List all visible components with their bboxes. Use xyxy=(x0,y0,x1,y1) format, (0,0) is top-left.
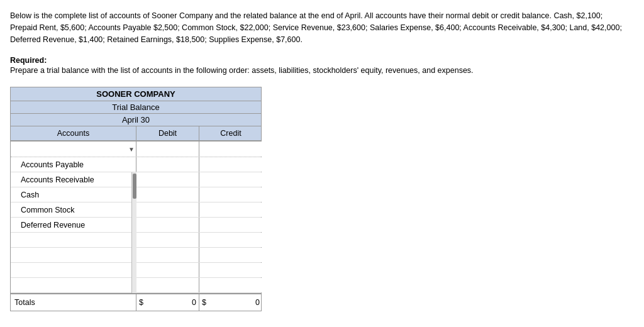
debit-value-cell xyxy=(136,157,199,172)
required-description: Prepare a trial balance with the list of… xyxy=(10,66,474,75)
credit-input[interactable] xyxy=(202,145,254,153)
scroll-thumb[interactable] xyxy=(133,174,136,199)
empty-credit-cell xyxy=(199,278,262,292)
account-name-cell: Cash xyxy=(11,187,136,202)
totals-label: Totals xyxy=(11,294,136,311)
table-row: Accounts Payable xyxy=(11,157,261,172)
account-name-cell: Common Stock xyxy=(11,202,136,217)
empty-debit-cell xyxy=(136,278,199,292)
debit-column-header: Debit xyxy=(136,126,199,140)
accounts-column-header: Accounts xyxy=(11,126,136,140)
empty-credit-cell xyxy=(199,233,262,247)
empty-debit-cell xyxy=(136,248,199,262)
column-headers: Accounts Debit Credit xyxy=(11,126,261,141)
vertical-scrollbar[interactable] xyxy=(131,172,136,293)
credit-value-cell xyxy=(199,187,262,202)
credit-value-cell xyxy=(199,202,262,217)
empty-credit-cell xyxy=(199,263,262,277)
credit-value-cell xyxy=(199,218,262,232)
debit-value-cell xyxy=(136,187,199,202)
account-select-cell[interactable]: ▼ xyxy=(11,141,136,157)
account-input-row[interactable]: ▼ xyxy=(11,141,261,157)
intro-text: Below is the complete list of accounts o… xyxy=(10,10,626,45)
credit-column-header: Credit xyxy=(199,126,262,140)
empty-account-cell xyxy=(11,278,136,292)
trial-balance-table: SOONER COMPANY Trial Balance April 30 Ac… xyxy=(10,87,262,311)
required-label: Required: xyxy=(10,56,47,65)
debit-value-cell xyxy=(136,202,199,217)
account-name-cell: Deferred Revenue xyxy=(11,218,136,232)
debit-input-cell[interactable] xyxy=(136,141,199,157)
account-name-cell: Accounts Receivable xyxy=(11,172,136,187)
dropdown-arrow-icon[interactable]: ▼ xyxy=(128,146,135,153)
empty-account-cell xyxy=(11,263,136,277)
credit-value-cell xyxy=(199,157,262,172)
credit-input-cell[interactable] xyxy=(199,141,262,157)
empty-account-cell xyxy=(11,248,136,262)
account-name-cell: Accounts Payable xyxy=(11,157,136,172)
empty-credit-cell xyxy=(199,248,262,262)
credit-total-cell: $ 0 xyxy=(199,294,262,311)
credit-value-cell xyxy=(199,172,262,187)
table-date: April 30 xyxy=(11,114,261,126)
empty-debit-cell xyxy=(136,263,199,277)
debit-value-cell xyxy=(136,218,199,232)
empty-account-cell xyxy=(11,233,136,247)
credit-total-value: 0 xyxy=(208,298,260,307)
debit-total-cell: $ 0 xyxy=(136,294,199,311)
table-title: Trial Balance xyxy=(11,101,261,114)
debit-input[interactable] xyxy=(139,145,191,153)
empty-debit-cell xyxy=(136,233,199,247)
debit-total-value: 0 xyxy=(145,298,196,307)
company-name: SOONER COMPANY xyxy=(11,87,261,101)
credit-currency-symbol: $ xyxy=(202,298,206,307)
debit-currency-symbol: $ xyxy=(139,298,143,307)
debit-value-cell xyxy=(136,172,199,187)
totals-row: Totals $ 0 $ 0 xyxy=(11,293,261,311)
